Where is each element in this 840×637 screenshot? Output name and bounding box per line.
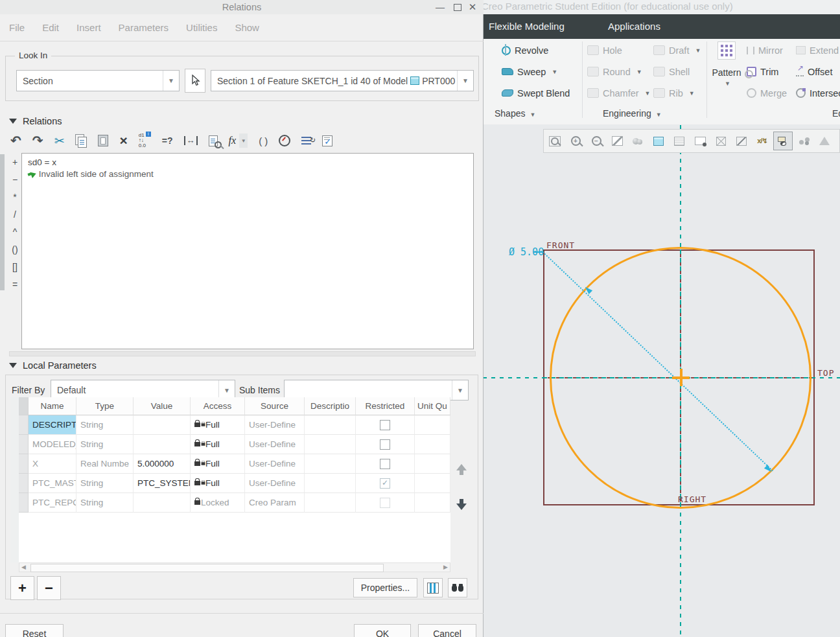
cell-source[interactable]: Creo Param — [245, 493, 305, 513]
restricted-checkbox[interactable]: ✓ — [380, 478, 390, 489]
chevron-down-icon[interactable]: ▼ — [645, 90, 651, 97]
swept-blend-button[interactable]: Swept Blend — [502, 83, 570, 103]
cell-unit-quantity[interactable] — [415, 474, 450, 493]
move-row-up-button[interactable] — [456, 464, 467, 470]
cell-value[interactable]: 5.000000 — [134, 454, 191, 474]
column-header-value[interactable]: Value — [134, 397, 191, 415]
chevron-down-icon[interactable]: ▼ — [714, 80, 741, 87]
chevron-down-icon[interactable]: ▼ — [163, 71, 179, 91]
rib-button[interactable]: Rib ▼ — [653, 83, 695, 103]
revolve-button[interactable]: Revolve — [502, 40, 548, 60]
chevron-down-icon[interactable]: ▼ — [457, 71, 473, 91]
sketcher-warning-icon[interactable] — [815, 132, 834, 150]
cell-value[interactable] — [134, 415, 191, 435]
zoom-out-icon[interactable]: − — [587, 132, 606, 150]
row-header-cell[interactable] — [19, 435, 29, 454]
measure-icon[interactable]: ↔ — [184, 136, 198, 145]
table-row[interactable]: DESCRIPTIOStringFullUser-Define — [19, 415, 450, 435]
table-vertical-scrollbar[interactable] — [10, 397, 19, 562]
operator-button[interactable]: * — [13, 192, 16, 203]
round-button[interactable]: Round ▼ — [587, 62, 642, 82]
columns-button[interactable] — [423, 578, 443, 597]
capture-icon[interactable] — [690, 132, 710, 150]
menu-insert[interactable]: Insert — [76, 22, 101, 33]
tab-flexible-modeling[interactable]: Flexible Modeling — [480, 14, 574, 39]
delete-icon[interactable]: × — [119, 133, 127, 148]
draft-button[interactable]: Draft ▼ — [653, 40, 701, 60]
shapes-group-label[interactable]: Shapes ▼ — [495, 108, 535, 119]
scroll-right-icon[interactable]: ▶ — [443, 564, 448, 570]
ok-button[interactable]: OK — [354, 624, 411, 637]
cell-type[interactable]: String — [76, 474, 134, 493]
column-header-descriptio[interactable]: Descriptio — [305, 397, 356, 415]
menu-edit[interactable]: Edit — [42, 22, 59, 33]
pick-from-model-button[interactable] — [185, 69, 205, 93]
table-row[interactable]: PTC_MASTEStringPTC_SYSTEMFullUser-Define… — [19, 474, 450, 493]
parentheses-icon[interactable]: ( ) — [259, 135, 268, 146]
remove-parameter-button[interactable]: − — [37, 576, 61, 600]
look-in-target-select[interactable]: Section 1 of Feature SKETCH_1 id 40 of M… — [211, 70, 474, 91]
front-datum-label[interactable]: FRONT — [546, 240, 575, 250]
chevron-down-icon[interactable]: ▼ — [689, 90, 695, 97]
menu-utilities[interactable]: Utilities — [186, 22, 217, 33]
cell-access[interactable]: Full — [191, 435, 245, 454]
relations-editor[interactable]: sd0 = x Invalid left side of assignment — [21, 153, 474, 349]
paste-icon[interactable] — [98, 135, 108, 146]
relations-section-header[interactable]: Relations — [9, 116, 62, 126]
cell-unit-quantity[interactable] — [415, 454, 450, 474]
look-in-scope-select[interactable]: Section ▼ — [16, 70, 180, 91]
cell-value[interactable] — [134, 435, 191, 454]
row-header-cell[interactable] — [19, 454, 29, 474]
table-row[interactable]: MODELED_StringFullUser-Define — [19, 435, 450, 454]
diameter-dimension-value[interactable]: Ø 5.00 — [509, 246, 544, 258]
merge-button[interactable]: Merge — [747, 83, 787, 103]
editor-scrollbar[interactable] — [9, 351, 476, 356]
cell-description[interactable] — [305, 415, 356, 435]
cell-unit-quantity[interactable] — [415, 415, 450, 435]
column-header-restricted[interactable]: Restricted — [356, 397, 415, 415]
cell-access[interactable]: Locked — [191, 493, 245, 513]
engineering-group-label[interactable]: Engineering ▼ — [603, 108, 662, 119]
cell-description[interactable] — [305, 493, 356, 513]
operator-button[interactable]: () — [12, 244, 18, 256]
move-row-down-button[interactable] — [456, 504, 467, 510]
row-header-cell[interactable] — [19, 415, 29, 435]
cell-source[interactable]: User-Define — [245, 474, 305, 493]
sweep-button[interactable]: Sweep ▼ — [502, 62, 557, 82]
chevron-down-icon[interactable]: ▼ — [552, 69, 557, 75]
collapse-icon[interactable] — [9, 119, 17, 124]
relation-line[interactable]: sd0 = x — [22, 154, 473, 167]
cell-unit-quantity[interactable] — [415, 435, 450, 454]
cell-access[interactable]: Full — [191, 454, 245, 474]
menu-parameters[interactable]: Parameters — [119, 22, 169, 33]
evaluate-icon[interactable]: =? — [162, 135, 173, 146]
sort-relations-icon[interactable] — [301, 137, 311, 145]
scroll-left-icon[interactable]: ◀ — [21, 564, 26, 570]
find-parameter-button[interactable] — [448, 578, 467, 597]
operator-button[interactable]: ^ — [13, 227, 18, 238]
verify-icon[interactable] — [322, 135, 332, 146]
units-gauge-icon[interactable] — [279, 135, 290, 146]
offset-button[interactable]: Offset — [796, 62, 832, 82]
cell-name[interactable]: PTC_REPORT — [29, 493, 76, 513]
cell-unit-quantity[interactable] — [415, 493, 450, 513]
column-header-unit-qu[interactable]: Unit Qu — [415, 397, 450, 415]
restricted-checkbox[interactable] — [380, 498, 390, 508]
function-dropdown-icon[interactable]: ▼ — [239, 133, 248, 148]
table-header-row[interactable]: NameTypeValueAccessSourceDescriptioRestr… — [19, 397, 450, 415]
column-header-type[interactable]: Type — [76, 397, 134, 415]
editing-group-label[interactable]: Ed — [832, 108, 840, 119]
operator-button[interactable]: = — [12, 279, 18, 291]
scrollbar-thumb[interactable] — [30, 564, 384, 572]
row-header-cell[interactable] — [19, 474, 29, 493]
chevron-down-icon[interactable]: ▼ — [636, 69, 642, 75]
view-manager-icon[interactable] — [670, 132, 689, 150]
hole-button[interactable]: Hole — [587, 40, 622, 60]
copy-icon[interactable] — [78, 137, 87, 148]
properties-button[interactable]: Properties... — [353, 578, 417, 597]
column-header-source[interactable]: Source — [245, 397, 305, 415]
dialog-edge-scrollbar[interactable] — [0, 154, 5, 290]
node-display-icon[interactable] — [794, 132, 813, 150]
trim-button[interactable]: Trim — [747, 62, 778, 82]
cell-name[interactable]: X — [29, 454, 76, 474]
